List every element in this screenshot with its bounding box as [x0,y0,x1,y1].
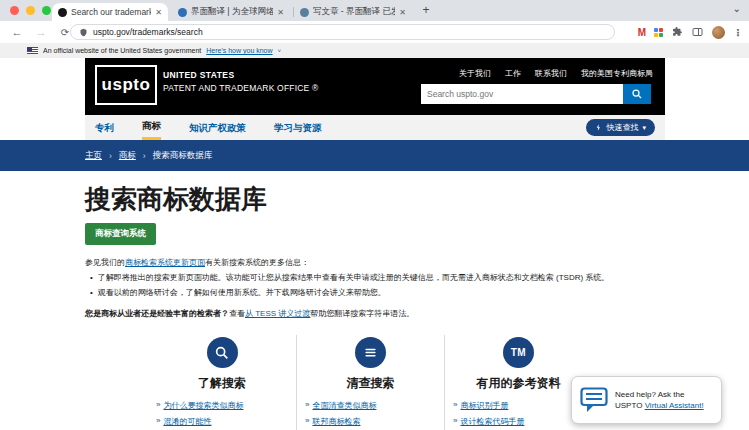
uspto-logo[interactable]: uspto [95,65,157,105]
us-flag-icon [27,47,38,54]
intro-paragraph: 参见我们的商标检索系统更新页面有关新搜索系统的更多信息： [85,257,309,268]
list-item: » 联邦商标检索 [305,416,444,427]
list-item: » 全面清查类似商标 [305,400,444,411]
header-link-careers[interactable]: 工作 [505,68,521,79]
chevron-right-icon: » [156,416,160,427]
search-system-updates-link[interactable]: 商标检索系统更新页面 [125,258,205,267]
back-button[interactable]: ← [10,26,24,38]
breadcrumb-separator-icon: › [109,151,112,161]
nav-trademarks[interactable]: 商标 [142,115,161,140]
quick-links-button[interactable]: 快速查找 ▾ [586,119,655,136]
link-design-search-code-manual[interactable]: 设计检索代码手册 [460,416,524,427]
practitioner-mid: 查看 [229,309,245,318]
close-tab-icon[interactable]: ✕ [155,8,162,17]
colorful-extension-icon[interactable] [654,28,663,37]
caret-down-icon: ▾ [642,124,646,132]
tab-overview-icon[interactable]: ⌄ [733,3,741,14]
close-tab-icon[interactable]: ✕ [399,8,406,17]
gov-banner-text: An official website of the United States… [43,47,201,54]
side-panel-icon[interactable] [691,26,704,38]
column-learn-searching: 了解搜索 » 为什么要搜索类似商标 » 混淆的可能性 » 使用协调类 [148,335,296,430]
list-item: • 观看以前的网络研讨会，了解如何使用新系统。并下载网络研讨会讲义来帮助您。 [90,287,609,298]
bullet-icon: • [90,287,93,298]
trademark-search-system-button[interactable]: 商标查询系统 [85,223,156,245]
link-likelihood-of-confusion[interactable]: 混淆的可能性 [163,416,211,427]
column-title: 有用的参考资料 [445,375,592,392]
tab-translate-platform[interactable]: 界面翻译 | 为全球网络平台提供... ✕ [172,3,290,21]
address-bar[interactable]: uspto.gov/trademarks/search [70,24,615,40]
tab-write-article[interactable]: 写文章 - 界面翻译 已发布 美国... ✕ [294,3,412,21]
org-name: UNITED STATES PATENT AND TRADEMARK OFFIC… [163,70,318,93]
search-icon [631,88,643,100]
toolbar-extensions: M ⋮ [638,21,743,43]
minimize-window-button[interactable] [26,6,35,15]
practitioner-suffix: 帮助您翻译搜索字符串语法。 [310,309,414,318]
intro-prefix: 参见我们的 [85,258,125,267]
browser-window: Search our trademark datab... ✕ 界面翻译 | 为… [0,0,749,430]
fullscreen-window-button[interactable] [42,6,51,15]
tab-uspto-search[interactable]: Search our trademark datab... ✕ [52,3,168,21]
header-link-contact[interactable]: 联系我们 [535,68,567,79]
lightning-icon [595,123,602,132]
nav-learning-resources[interactable]: 学习与资源 [274,115,322,140]
nav-ip-policy[interactable]: 知识产权政策 [189,115,246,140]
gov-banner: An official website of the United States… [0,43,749,58]
site-search-button[interactable] [623,84,651,104]
bullet-icon: • [90,272,93,283]
tess-transition-link[interactable]: 从 TESS 讲义过渡 [245,309,310,318]
browser-menu-icon[interactable]: ⋮ [733,27,743,38]
site-search [421,84,651,104]
tab-title: 写文章 - 界面翻译 已发布 美国... [313,6,395,18]
profile-avatar[interactable] [712,26,725,39]
new-tab-button[interactable]: + [418,3,434,19]
chat-widget[interactable]: Need help? Ask the USPTO Virtual Assista… [571,376,722,424]
header-link-myuspto[interactable]: 我的美国专利商标局 [581,68,653,79]
list-item: » 为什么要搜索类似商标 [156,400,296,411]
window-controls [10,6,51,15]
page-title: 搜索商标数据库 [85,184,267,214]
tm-circle-icon: TM [503,337,534,368]
link-comprehensive-clearance[interactable]: 全面清查类似商标 [312,400,376,411]
chat-bubble-icon [580,387,608,413]
tab-title: Search our trademark datab... [71,7,151,17]
practitioner-question: 您是商标从业者还是经验丰富的检索者？ [85,309,229,318]
breadcrumb-home[interactable]: 主页 [85,150,102,162]
link-why-search-similar-marks[interactable]: 为什么要搜索类似商标 [163,400,243,411]
forward-button[interactable]: → [34,26,48,38]
column-title: 清查搜索 [297,375,444,392]
bullet-text: 观看以前的网络研讨会，了解如何使用新系统。并下载网络研讨会讲义来帮助您。 [98,287,386,298]
extensions-puzzle-icon[interactable] [671,26,683,38]
bullet-text: 了解即将推出的搜索更新页面功能。该功能可让您从搜索结果中查看有关申请或注册的关键… [98,272,610,283]
list-item: • 了解即将推出的搜索更新页面功能。该功能可让您从搜索结果中查看有关申请或注册的… [90,272,609,283]
gov-banner-toggle[interactable]: Here's how you know [206,47,272,54]
virtual-assistant-link[interactable]: Virtual Assistant! [645,401,704,410]
column-clearance-search: 清查搜索 » 全面清查类似商标 » 联邦商标检索 » 入门讲义 [296,335,444,430]
search-circle-icon [207,337,238,368]
chevron-right-icon: » [305,416,309,427]
quick-links-label: 快速查找 [606,122,638,133]
link-federal-trademark-search[interactable]: 联邦商标检索 [312,416,360,427]
bullet-list: • 了解即将推出的搜索更新页面功能。该功能可让您从搜索结果中查看有关申请或注册的… [90,272,609,302]
site-search-input[interactable] [421,84,623,104]
gmail-extension-icon[interactable]: M [638,27,646,38]
practitioner-paragraph: 您是商标从业者还是经验丰富的检索者？查看从 TESS 讲义过渡帮助您翻译搜索字符… [85,308,414,319]
breadcrumb-trademarks[interactable]: 商标 [119,150,136,162]
chevron-right-icon: » [453,400,457,411]
tm-label: TM [511,347,526,358]
nav-patents[interactable]: 专利 [95,115,114,140]
header-links: 关于我们 工作 联系我们 我的美国专利商标局 [459,68,653,79]
breadcrumb-separator-icon: › [143,151,146,161]
url-text: uspto.gov/trademarks/search [93,27,203,37]
link-trademark-id-manual[interactable]: 商标识别手册 [460,400,508,411]
close-window-button[interactable] [10,6,19,15]
close-tab-icon[interactable]: ✕ [277,8,284,17]
list-item: » 混淆的可能性 [156,416,296,427]
chat-text: Need help? Ask the USPTO Virtual Assista… [615,389,704,411]
tab-bar: Search our trademark datab... ✕ 界面翻译 | 为… [0,0,749,21]
breadcrumb: 主页 › 商标 › 搜索商标数据库 [0,140,749,171]
list-circle-icon [355,337,386,368]
browser-toolbar: ← → ⟳ uspto.gov/trademarks/search M ⋮ [0,21,749,43]
article-favicon [300,8,309,17]
header-link-about[interactable]: 关于我们 [459,68,491,79]
breadcrumb-current: 搜索商标数据库 [153,150,213,162]
